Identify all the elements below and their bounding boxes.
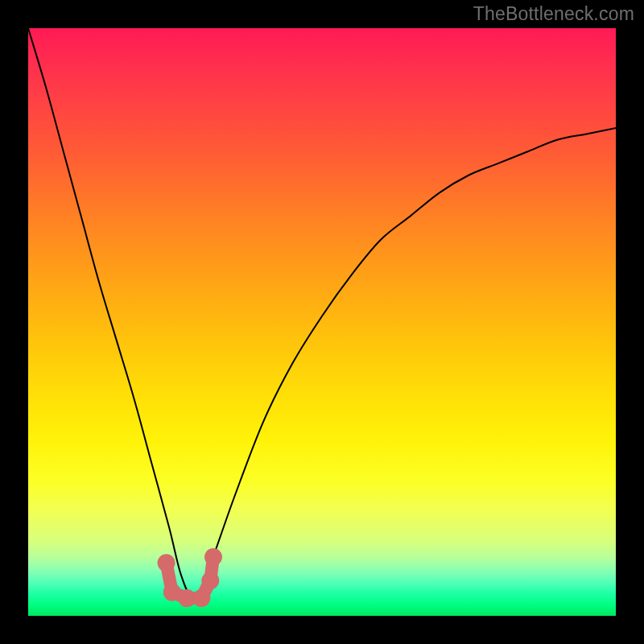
watermark-text: TheBottleneck.com [473,3,634,25]
marker-dot [192,589,210,607]
plot-area [28,28,616,616]
chart-frame: TheBottleneck.com [0,0,644,644]
marker-cluster [28,28,616,616]
marker-dot [204,548,222,566]
marker-dot [201,572,219,589]
marker-dot [158,554,175,572]
